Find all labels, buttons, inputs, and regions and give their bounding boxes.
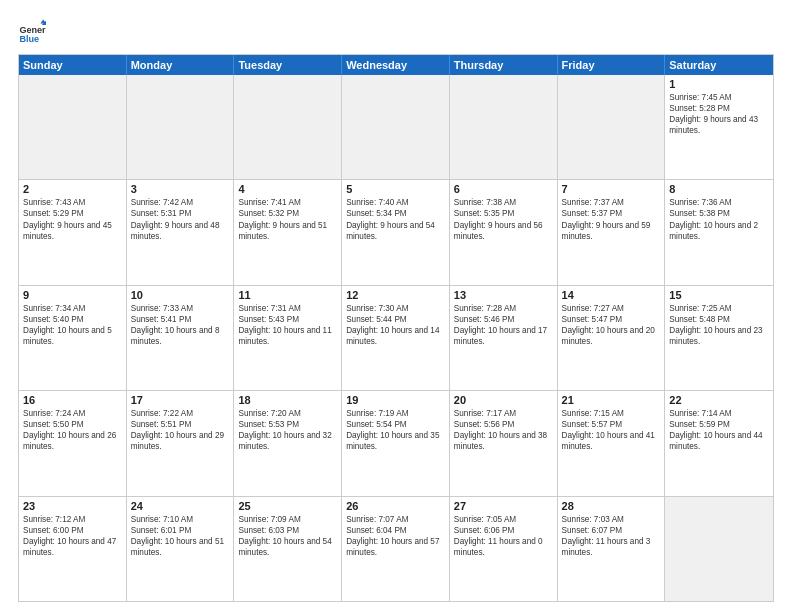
header: General Blue: [18, 18, 774, 46]
day-number: 20: [454, 394, 553, 406]
calendar-cell-day-7: 7Sunrise: 7:37 AM Sunset: 5:37 PM Daylig…: [558, 180, 666, 284]
day-number: 6: [454, 183, 553, 195]
day-number: 7: [562, 183, 661, 195]
calendar-row-2: 2Sunrise: 7:43 AM Sunset: 5:29 PM Daylig…: [19, 179, 773, 284]
calendar-cell-day-28: 28Sunrise: 7:03 AM Sunset: 6:07 PM Dayli…: [558, 497, 666, 601]
day-number: 12: [346, 289, 445, 301]
calendar-cell-day-24: 24Sunrise: 7:10 AM Sunset: 6:01 PM Dayli…: [127, 497, 235, 601]
calendar-cell-empty: [450, 75, 558, 179]
day-info: Sunrise: 7:42 AM Sunset: 5:31 PM Dayligh…: [131, 197, 230, 241]
calendar-cell-empty: [558, 75, 666, 179]
calendar-cell-day-15: 15Sunrise: 7:25 AM Sunset: 5:48 PM Dayli…: [665, 286, 773, 390]
calendar: SundayMondayTuesdayWednesdayThursdayFrid…: [18, 54, 774, 602]
day-info: Sunrise: 7:25 AM Sunset: 5:48 PM Dayligh…: [669, 303, 769, 347]
day-number: 4: [238, 183, 337, 195]
calendar-cell-day-12: 12Sunrise: 7:30 AM Sunset: 5:44 PM Dayli…: [342, 286, 450, 390]
svg-text:Blue: Blue: [19, 34, 39, 44]
day-info: Sunrise: 7:09 AM Sunset: 6:03 PM Dayligh…: [238, 514, 337, 558]
calendar-cell-day-26: 26Sunrise: 7:07 AM Sunset: 6:04 PM Dayli…: [342, 497, 450, 601]
calendar-cell-day-18: 18Sunrise: 7:20 AM Sunset: 5:53 PM Dayli…: [234, 391, 342, 495]
calendar-body: 1Sunrise: 7:45 AM Sunset: 5:28 PM Daylig…: [19, 75, 773, 601]
calendar-row-5: 23Sunrise: 7:12 AM Sunset: 6:00 PM Dayli…: [19, 496, 773, 601]
calendar-cell-day-13: 13Sunrise: 7:28 AM Sunset: 5:46 PM Dayli…: [450, 286, 558, 390]
day-info: Sunrise: 7:27 AM Sunset: 5:47 PM Dayligh…: [562, 303, 661, 347]
weekday-header-monday: Monday: [127, 55, 235, 75]
calendar-cell-empty: [127, 75, 235, 179]
day-info: Sunrise: 7:19 AM Sunset: 5:54 PM Dayligh…: [346, 408, 445, 452]
calendar-row-3: 9Sunrise: 7:34 AM Sunset: 5:40 PM Daylig…: [19, 285, 773, 390]
calendar-cell-day-20: 20Sunrise: 7:17 AM Sunset: 5:56 PM Dayli…: [450, 391, 558, 495]
calendar-cell-day-21: 21Sunrise: 7:15 AM Sunset: 5:57 PM Dayli…: [558, 391, 666, 495]
day-number: 2: [23, 183, 122, 195]
day-number: 5: [346, 183, 445, 195]
calendar-cell-day-1: 1Sunrise: 7:45 AM Sunset: 5:28 PM Daylig…: [665, 75, 773, 179]
day-info: Sunrise: 7:22 AM Sunset: 5:51 PM Dayligh…: [131, 408, 230, 452]
calendar-cell-day-22: 22Sunrise: 7:14 AM Sunset: 5:59 PM Dayli…: [665, 391, 773, 495]
day-info: Sunrise: 7:28 AM Sunset: 5:46 PM Dayligh…: [454, 303, 553, 347]
calendar-cell-day-8: 8Sunrise: 7:36 AM Sunset: 5:38 PM Daylig…: [665, 180, 773, 284]
weekday-header-sunday: Sunday: [19, 55, 127, 75]
day-number: 28: [562, 500, 661, 512]
calendar-cell-day-19: 19Sunrise: 7:19 AM Sunset: 5:54 PM Dayli…: [342, 391, 450, 495]
day-info: Sunrise: 7:14 AM Sunset: 5:59 PM Dayligh…: [669, 408, 769, 452]
day-info: Sunrise: 7:17 AM Sunset: 5:56 PM Dayligh…: [454, 408, 553, 452]
day-info: Sunrise: 7:34 AM Sunset: 5:40 PM Dayligh…: [23, 303, 122, 347]
day-number: 16: [23, 394, 122, 406]
day-number: 1: [669, 78, 769, 90]
calendar-cell-day-3: 3Sunrise: 7:42 AM Sunset: 5:31 PM Daylig…: [127, 180, 235, 284]
day-number: 15: [669, 289, 769, 301]
calendar-cell-day-6: 6Sunrise: 7:38 AM Sunset: 5:35 PM Daylig…: [450, 180, 558, 284]
calendar-cell-day-5: 5Sunrise: 7:40 AM Sunset: 5:34 PM Daylig…: [342, 180, 450, 284]
day-info: Sunrise: 7:15 AM Sunset: 5:57 PM Dayligh…: [562, 408, 661, 452]
day-number: 14: [562, 289, 661, 301]
day-number: 17: [131, 394, 230, 406]
calendar-cell-day-23: 23Sunrise: 7:12 AM Sunset: 6:00 PM Dayli…: [19, 497, 127, 601]
day-number: 9: [23, 289, 122, 301]
day-info: Sunrise: 7:40 AM Sunset: 5:34 PM Dayligh…: [346, 197, 445, 241]
day-info: Sunrise: 7:12 AM Sunset: 6:00 PM Dayligh…: [23, 514, 122, 558]
day-info: Sunrise: 7:45 AM Sunset: 5:28 PM Dayligh…: [669, 92, 769, 136]
page: General Blue SundayMondayTuesdayWednesda…: [0, 0, 792, 612]
calendar-header: SundayMondayTuesdayWednesdayThursdayFrid…: [19, 55, 773, 75]
day-info: Sunrise: 7:33 AM Sunset: 5:41 PM Dayligh…: [131, 303, 230, 347]
calendar-cell-day-14: 14Sunrise: 7:27 AM Sunset: 5:47 PM Dayli…: [558, 286, 666, 390]
day-info: Sunrise: 7:43 AM Sunset: 5:29 PM Dayligh…: [23, 197, 122, 241]
logo-icon: General Blue: [18, 18, 46, 46]
weekday-header-wednesday: Wednesday: [342, 55, 450, 75]
calendar-row-1: 1Sunrise: 7:45 AM Sunset: 5:28 PM Daylig…: [19, 75, 773, 179]
day-number: 24: [131, 500, 230, 512]
calendar-cell-empty: [234, 75, 342, 179]
day-info: Sunrise: 7:20 AM Sunset: 5:53 PM Dayligh…: [238, 408, 337, 452]
calendar-cell-day-10: 10Sunrise: 7:33 AM Sunset: 5:41 PM Dayli…: [127, 286, 235, 390]
day-number: 13: [454, 289, 553, 301]
day-info: Sunrise: 7:31 AM Sunset: 5:43 PM Dayligh…: [238, 303, 337, 347]
day-number: 8: [669, 183, 769, 195]
day-info: Sunrise: 7:24 AM Sunset: 5:50 PM Dayligh…: [23, 408, 122, 452]
calendar-cell-empty: [342, 75, 450, 179]
day-info: Sunrise: 7:41 AM Sunset: 5:32 PM Dayligh…: [238, 197, 337, 241]
calendar-cell-day-25: 25Sunrise: 7:09 AM Sunset: 6:03 PM Dayli…: [234, 497, 342, 601]
calendar-cell-day-16: 16Sunrise: 7:24 AM Sunset: 5:50 PM Dayli…: [19, 391, 127, 495]
day-number: 3: [131, 183, 230, 195]
day-number: 23: [23, 500, 122, 512]
calendar-cell-day-4: 4Sunrise: 7:41 AM Sunset: 5:32 PM Daylig…: [234, 180, 342, 284]
calendar-cell-day-17: 17Sunrise: 7:22 AM Sunset: 5:51 PM Dayli…: [127, 391, 235, 495]
day-info: Sunrise: 7:05 AM Sunset: 6:06 PM Dayligh…: [454, 514, 553, 558]
day-info: Sunrise: 7:10 AM Sunset: 6:01 PM Dayligh…: [131, 514, 230, 558]
calendar-row-4: 16Sunrise: 7:24 AM Sunset: 5:50 PM Dayli…: [19, 390, 773, 495]
day-number: 11: [238, 289, 337, 301]
day-info: Sunrise: 7:03 AM Sunset: 6:07 PM Dayligh…: [562, 514, 661, 558]
day-info: Sunrise: 7:36 AM Sunset: 5:38 PM Dayligh…: [669, 197, 769, 241]
weekday-header-saturday: Saturday: [665, 55, 773, 75]
weekday-header-thursday: Thursday: [450, 55, 558, 75]
day-number: 27: [454, 500, 553, 512]
day-number: 26: [346, 500, 445, 512]
day-number: 19: [346, 394, 445, 406]
day-number: 10: [131, 289, 230, 301]
day-number: 18: [238, 394, 337, 406]
calendar-cell-day-2: 2Sunrise: 7:43 AM Sunset: 5:29 PM Daylig…: [19, 180, 127, 284]
weekday-header-friday: Friday: [558, 55, 666, 75]
calendar-cell-empty: [665, 497, 773, 601]
calendar-cell-day-11: 11Sunrise: 7:31 AM Sunset: 5:43 PM Dayli…: [234, 286, 342, 390]
day-info: Sunrise: 7:07 AM Sunset: 6:04 PM Dayligh…: [346, 514, 445, 558]
